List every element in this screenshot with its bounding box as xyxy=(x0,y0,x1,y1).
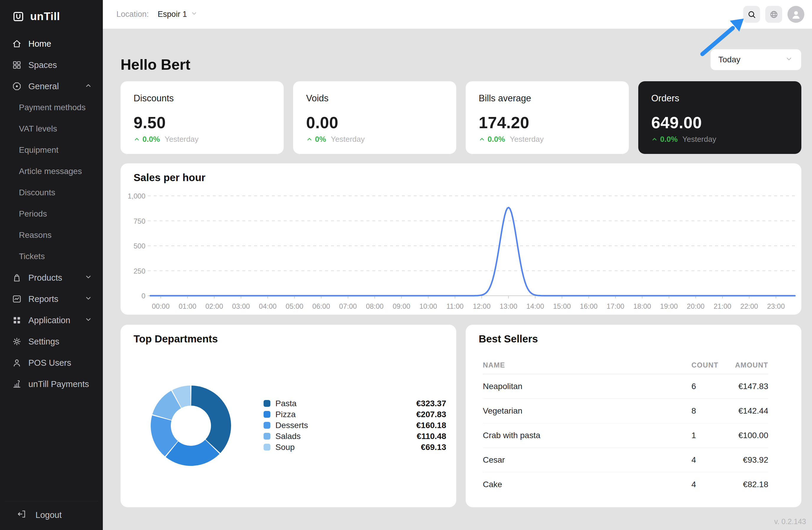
legend-swatch xyxy=(264,422,270,429)
best-sellers-title: Best Sellers xyxy=(479,333,538,345)
sidebar-item-application[interactable]: Application xyxy=(0,310,103,331)
legend-swatch xyxy=(264,433,270,440)
logout-button[interactable]: Logout xyxy=(17,509,98,521)
sidebar-subitem-vat-levels[interactable]: VAT levels xyxy=(0,118,103,139)
chevron-down-icon xyxy=(190,9,198,17)
cell-amount: €142.44 xyxy=(733,406,768,416)
sidebar-item-label: Home xyxy=(28,39,51,49)
sidebar-item-settings[interactable]: Settings xyxy=(0,331,103,352)
column-header-name: NAME xyxy=(483,361,692,369)
legend-swatch xyxy=(264,444,270,451)
x-axis-tick-label: 04:00 xyxy=(259,302,277,310)
search-icon xyxy=(747,10,756,19)
x-axis-tick-label: 23:00 xyxy=(767,302,785,310)
x-axis-tick-label: 11:00 xyxy=(447,302,464,310)
kpi-value: 0.00 xyxy=(306,113,443,132)
x-axis-tick-label: 14:00 xyxy=(526,302,544,310)
legend-value: €207.83 xyxy=(416,410,446,419)
y-axis-tick-label: 0 xyxy=(142,292,145,300)
cell-amount: €100.00 xyxy=(733,431,768,440)
language-globe-button[interactable] xyxy=(765,6,782,23)
location-label: Location: xyxy=(116,10,149,19)
sidebar-subitem-equipment[interactable]: Equipment xyxy=(0,139,103,161)
sidebar-subitem-tickets[interactable]: Tickets xyxy=(0,246,103,267)
topbar: Location: Espoir 1 xyxy=(103,0,812,29)
kpi-delta-compare: Yesterday xyxy=(682,135,716,144)
app-logo-text: unTill xyxy=(30,10,60,23)
table-row: Vegetarian8€142.44 xyxy=(483,399,768,423)
legend-label: Soup xyxy=(275,443,294,452)
sidebar: unTill HomeSpacesGeneralPayment methodsV… xyxy=(0,0,103,530)
sidebar-nav: HomeSpacesGeneralPayment methodsVAT leve… xyxy=(0,31,103,395)
x-axis-tick-label: 09:00 xyxy=(393,302,410,310)
sidebar-item-products[interactable]: Products xyxy=(0,267,103,288)
cell-name: Neapolitan xyxy=(483,382,692,391)
app-logo: unTill xyxy=(0,0,103,31)
pos-users-icon xyxy=(12,358,22,368)
table-row: Neapolitan6€147.83 xyxy=(483,374,768,399)
best-sellers-table: NAMECOUNTAMOUNTNeapolitan6€147.83Vegetar… xyxy=(483,357,768,497)
donut-segment-pasta[interactable] xyxy=(191,385,231,453)
y-axis-tick-label: 750 xyxy=(133,217,145,225)
sidebar-item-label: POS Users xyxy=(28,358,71,368)
sidebar-item-spaces[interactable]: Spaces xyxy=(0,54,103,76)
chevron-down-icon xyxy=(784,54,793,65)
sidebar-subitem-discounts[interactable]: Discounts xyxy=(0,182,103,203)
sidebar-item-reports[interactable]: Reports xyxy=(0,288,103,310)
cell-amount: €147.83 xyxy=(733,382,768,391)
sidebar-item-general[interactable]: General xyxy=(0,76,103,97)
kpi-delta: 0.0%Yesterday xyxy=(651,135,716,144)
cell-name: Cesar xyxy=(483,455,692,465)
sidebar-subitem-label: Tickets xyxy=(19,252,45,261)
kpi-cards: Discounts9.500.0%YesterdayVoids0.000%Yes… xyxy=(120,81,801,154)
x-axis-tick-label: 10:00 xyxy=(419,302,437,310)
cell-count: 4 xyxy=(692,455,733,465)
cell-count: 6 xyxy=(692,382,733,391)
legend-row-soup: Soup€69.13 xyxy=(264,442,446,453)
x-axis-tick-label: 07:00 xyxy=(339,302,357,310)
legend-value: €160.18 xyxy=(416,421,446,430)
caret-up-icon xyxy=(133,136,140,143)
logout-label: Logout xyxy=(35,510,62,520)
sidebar-subitem-label: Payment methods xyxy=(19,103,86,112)
sidebar-item-pos-users[interactable]: POS Users xyxy=(0,352,103,373)
sidebar-item-label: Products xyxy=(28,273,62,283)
page-greeting: Hello Bert xyxy=(120,56,190,73)
sidebar-subitem-payment-methods[interactable]: Payment methods xyxy=(0,97,103,118)
kpi-card-discounts: Discounts9.500.0%Yesterday xyxy=(120,81,284,154)
legend-label: Pizza xyxy=(275,410,295,419)
chevron-up-icon xyxy=(84,81,93,90)
column-header-amount: AMOUNT xyxy=(733,361,768,369)
sidebar-item-home[interactable]: Home xyxy=(0,33,103,54)
kpi-card-orders: Orders649.000.0%Yesterday xyxy=(638,81,801,154)
search-button[interactable] xyxy=(743,6,760,23)
sidebar-item-label: General xyxy=(28,82,59,91)
sidebar-subitem-label: Periods xyxy=(19,209,47,219)
sidebar-subitem-label: Article messages xyxy=(19,167,82,176)
caret-up-icon xyxy=(651,136,658,143)
sidebar-subitem-periods[interactable]: Periods xyxy=(0,203,103,224)
kpi-delta-compare: Yesterday xyxy=(510,135,544,144)
sidebar-subitem-label: Discounts xyxy=(19,188,55,197)
x-axis-tick-label: 17:00 xyxy=(607,302,624,310)
x-axis-tick-label: 12:00 xyxy=(473,302,491,310)
sidebar-subitem-label: Reasons xyxy=(19,231,52,240)
sidebar-subitem-article-messages[interactable]: Article messages xyxy=(0,161,103,182)
location-value: Espoir 1 xyxy=(158,10,187,19)
sidebar-subitem-reasons[interactable]: Reasons xyxy=(0,224,103,246)
user-avatar[interactable] xyxy=(787,6,804,23)
kpi-delta-percent: 0.0% xyxy=(488,135,505,144)
sidebar-item-untill-payments[interactable]: unTill Payments xyxy=(0,373,103,395)
caret-up-icon xyxy=(306,136,313,143)
legend-label: Desserts xyxy=(275,421,308,430)
kpi-value: 9.50 xyxy=(133,113,271,132)
cell-count: 4 xyxy=(692,480,733,489)
x-axis-tick-label: 21:00 xyxy=(714,302,731,310)
date-range-select[interactable]: Today xyxy=(710,49,801,70)
location-selector[interactable]: Location: Espoir 1 xyxy=(116,9,198,19)
logout-icon xyxy=(17,509,27,521)
kpi-title: Bills average xyxy=(479,93,616,104)
table-row: Cake4€82.18 xyxy=(483,472,768,497)
cell-amount: €82.18 xyxy=(733,480,768,489)
table-row: Crab with pasta1€100.00 xyxy=(483,423,768,448)
